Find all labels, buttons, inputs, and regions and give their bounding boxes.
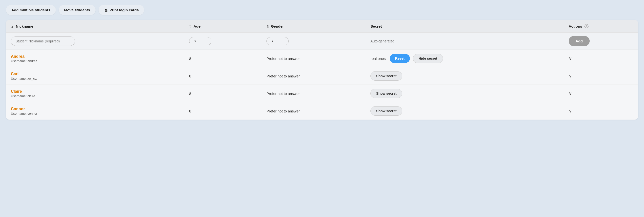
actions-header-label: Actions — [569, 24, 582, 28]
add-secret-cell: Auto-generated — [366, 32, 564, 50]
student-age: 8 — [189, 74, 191, 78]
student-nickname-cell: Andrea Username: andrea — [6, 50, 184, 67]
reset-label: Reset — [395, 56, 404, 60]
show-secret-button[interactable]: Show secret — [370, 71, 402, 81]
print-login-button[interactable]: 🖨 Print login cards — [98, 5, 144, 15]
secret-revealed-container: real ones Reset Hide secret — [370, 54, 558, 63]
student-gender-cell: Prefer not to answer — [262, 85, 366, 102]
student-age-cell: 8 — [184, 85, 262, 102]
add-gender-cell: ▼ — [262, 32, 366, 50]
student-actions-cell: ∨ — [564, 85, 638, 102]
table-row: Andrea Username: andrea 8 Prefer not to … — [6, 50, 638, 67]
sort-icon: ▲ — [11, 25, 14, 28]
age-column-header: ⇅ Age — [184, 20, 262, 32]
show-secret-button[interactable]: Show secret — [370, 106, 402, 116]
student-secret-cell: real ones Reset Hide secret — [366, 50, 564, 67]
age-sort-icon: ⇅ — [189, 25, 192, 28]
nickname-column-header: ▲ Nickname — [6, 20, 184, 32]
student-gender-cell: Prefer not to answer — [262, 102, 366, 120]
student-username: Username: claire — [11, 94, 179, 98]
chevron-down-icon[interactable]: ∨ — [569, 108, 572, 113]
gear-icon[interactable] — [584, 24, 589, 28]
show-secret-button[interactable]: Show secret — [370, 89, 402, 98]
student-age: 8 — [189, 56, 191, 61]
secret-text: real ones — [370, 56, 386, 61]
student-name[interactable]: Connor — [11, 107, 179, 111]
student-nickname-cell: Claire Username: claire — [6, 85, 184, 102]
add-action-cell: Add — [564, 32, 638, 50]
gender-column-header: ⇅ Gender — [262, 20, 366, 32]
nickname-header-label: Nickname — [16, 24, 33, 28]
student-gender: Prefer not to answer — [266, 109, 300, 113]
table-row: Carl Username: xw_carl 8 Prefer not to a… — [6, 67, 638, 85]
student-secret-cell: Show secret — [366, 102, 564, 120]
students-table: ▲ Nickname ⇅ Age ⇅ Gender Secret Actions — [6, 20, 638, 120]
student-age-cell: 8 — [184, 67, 262, 85]
auto-generated-label: Auto-generated — [370, 39, 394, 43]
move-students-label: Move students — [64, 8, 90, 12]
chevron-down-icon[interactable]: ∨ — [569, 91, 572, 96]
toolbar: Add multiple students Move students 🖨 Pr… — [6, 5, 638, 15]
add-multiple-button[interactable]: Add multiple students — [6, 5, 56, 15]
student-age-cell: 8 — [184, 102, 262, 120]
student-actions-cell: ∨ — [564, 50, 638, 67]
student-secret-cell: Show secret — [366, 67, 564, 85]
student-username: Username: xw_carl — [11, 77, 179, 80]
svg-point-0 — [586, 26, 587, 27]
hide-secret-button[interactable]: Hide secret — [413, 54, 443, 63]
student-gender: Prefer not to answer — [266, 74, 300, 78]
student-actions-cell: ∨ — [564, 67, 638, 85]
nickname-input[interactable] — [11, 36, 75, 46]
add-age-cell: ▼ — [184, 32, 262, 50]
student-actions-cell: ∨ — [564, 102, 638, 120]
student-nickname-cell: Connor Username: connor — [6, 102, 184, 120]
student-nickname-cell: Carl Username: xw_carl — [6, 67, 184, 85]
table-row: Connor Username: connor 8 Prefer not to … — [6, 102, 638, 120]
students-table-container: ▲ Nickname ⇅ Age ⇅ Gender Secret Actions — [6, 20, 638, 120]
student-gender-cell: Prefer not to answer — [262, 50, 366, 67]
chevron-down-icon[interactable]: ∨ — [569, 56, 572, 61]
secret-column-header: Secret — [366, 20, 564, 32]
gender-dropdown[interactable]: ▼ — [266, 37, 289, 45]
student-gender: Prefer not to answer — [266, 91, 300, 96]
actions-column-header: Actions — [564, 20, 638, 32]
secret-header-label: Secret — [370, 24, 382, 28]
show-secret-label: Show secret — [376, 74, 396, 78]
hide-secret-label: Hide secret — [418, 56, 437, 60]
student-name[interactable]: Claire — [11, 89, 179, 94]
printer-icon: 🖨 — [104, 8, 108, 12]
student-age: 8 — [189, 91, 191, 96]
add-student-row: ▼ ▼ Auto-generated Add — [6, 32, 638, 50]
show-secret-label: Show secret — [376, 109, 396, 113]
gender-header-label: Gender — [271, 24, 284, 28]
table-row: Claire Username: claire 8 Prefer not to … — [6, 85, 638, 102]
add-multiple-label: Add multiple students — [11, 8, 50, 12]
gender-dropdown-arrow: ▼ — [271, 40, 274, 43]
reset-secret-button[interactable]: Reset — [390, 54, 410, 63]
move-students-button[interactable]: Move students — [59, 5, 96, 15]
student-name[interactable]: Carl — [11, 72, 179, 76]
gender-sort-icon: ⇅ — [266, 25, 269, 28]
student-age-cell: 8 — [184, 50, 262, 67]
age-header-label: Age — [194, 24, 200, 28]
student-age: 8 — [189, 109, 191, 113]
chevron-down-icon[interactable]: ∨ — [569, 73, 572, 78]
student-username: Username: connor — [11, 112, 179, 115]
add-nickname-cell — [6, 32, 184, 50]
age-dropdown[interactable]: ▼ — [189, 37, 211, 45]
student-username: Username: andrea — [11, 59, 179, 63]
print-login-label: Print login cards — [110, 8, 139, 12]
student-gender-cell: Prefer not to answer — [262, 67, 366, 85]
student-gender: Prefer not to answer — [266, 56, 300, 61]
add-button[interactable]: Add — [569, 36, 590, 46]
age-dropdown-arrow: ▼ — [194, 40, 196, 43]
add-button-label: Add — [576, 39, 583, 43]
show-secret-label: Show secret — [376, 91, 396, 95]
table-header-row: ▲ Nickname ⇅ Age ⇅ Gender Secret Actions — [6, 20, 638, 32]
student-name[interactable]: Andrea — [11, 54, 179, 59]
student-secret-cell: Show secret — [366, 85, 564, 102]
